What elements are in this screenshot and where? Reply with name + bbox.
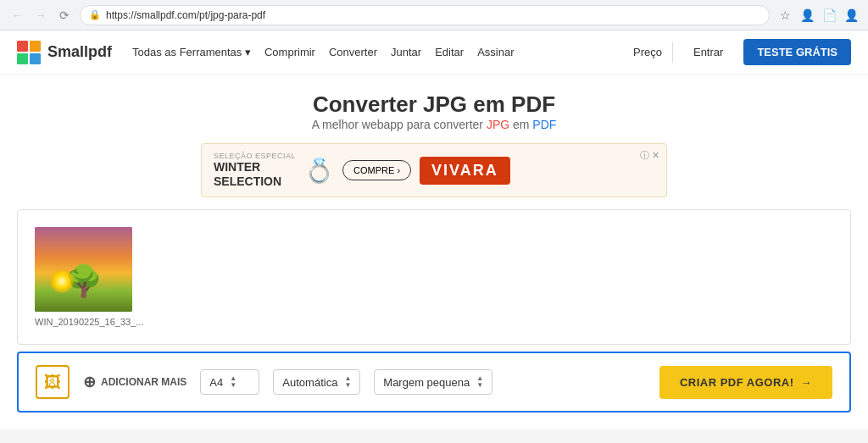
logo-text: Smallpdf — [47, 43, 112, 61]
page-subtitle: A melhor webapp para converter JPG em PD… — [17, 118, 851, 131]
ad-title: WINTER SELECTION — [214, 160, 296, 189]
ad-close-icon: ✕ — [652, 150, 659, 161]
orientation-select[interactable]: Automática ▲▼ — [273, 369, 360, 395]
ad-label: SELEÇÃO ESPECIAL — [214, 152, 296, 160]
logo[interactable]: Smallpdf — [17, 41, 112, 64]
back-button[interactable]: ← — [8, 7, 25, 24]
orientation-arrows: ▲▼ — [344, 375, 351, 389]
margin-select[interactable]: Margem pequena ▲▼ — [374, 369, 492, 395]
create-pdf-label: CRIAR PDF AGORA! — [680, 376, 794, 389]
lock-icon: 🔒 — [89, 9, 101, 20]
logo-icon — [17, 41, 41, 64]
nav-juntar[interactable]: Juntar — [391, 46, 421, 58]
nav-right: Preço Entrar TESTE GRÁTIS — [633, 39, 851, 65]
title-area: Converter JPG em PDF A melhor webapp par… — [17, 91, 851, 131]
file-type-icon: 🖼 — [36, 365, 70, 399]
browser-chrome: ← → ⟳ 🔒 https://smallpdf.com/pt/jpg-para… — [0, 0, 868, 30]
file-thumbnail: 🌳 WIN_20190225_16_33_... — [35, 227, 833, 327]
forward-button[interactable]: → — [32, 7, 49, 24]
page-size-select[interactable]: A4 ▲▼ — [200, 369, 259, 395]
add-more-button[interactable]: ⊕ ADICIONAR MAIS — [83, 373, 186, 391]
nav-editar[interactable]: Editar — [435, 46, 464, 58]
nav-links: Todas as Ferramentas ▾ Comprimir Convert… — [132, 46, 613, 58]
ad-text: SELEÇÃO ESPECIAL WINTER SELECTION — [214, 152, 296, 189]
create-pdf-button[interactable]: CRIAR PDF AGORA! → — [659, 366, 832, 399]
upload-area[interactable]: 🌳 WIN_20190225_16_33_... — [17, 209, 851, 345]
bottom-toolbar: 🖼 ⊕ ADICIONAR MAIS A4 ▲▼ Automática ▲▼ M… — [17, 352, 851, 413]
add-circle-icon: ⊕ — [83, 373, 96, 391]
page-content: Converter JPG em PDF A melhor webapp par… — [0, 75, 868, 429]
nav-assinar[interactable]: Assinar — [477, 46, 514, 58]
ad-jewelry-icon: 💍 — [304, 157, 334, 185]
page-size-value: A4 — [209, 376, 223, 389]
divider — [672, 42, 673, 63]
price-link[interactable]: Preço — [633, 46, 662, 58]
nav-converter[interactable]: Converter — [329, 46, 377, 58]
ad-info-icon: ⓘ — [640, 149, 649, 162]
pdf-ext-icon[interactable]: 📄 — [821, 7, 837, 24]
orientation-value: Automática — [282, 376, 337, 389]
file-name: WIN_20190225_16_33_... — [35, 317, 143, 327]
page-size-arrows: ▲▼ — [230, 375, 236, 389]
trial-button[interactable]: TESTE GRÁTIS — [743, 39, 851, 65]
ad-close-button[interactable]: ⓘ ✕ — [640, 149, 659, 162]
margin-value: Margem pequena — [383, 376, 470, 389]
ad-shop-button[interactable]: COMPRE › — [342, 160, 411, 180]
margin-arrows: ▲▼ — [476, 375, 483, 389]
nav-comprimir[interactable]: Comprimir — [264, 46, 315, 58]
create-arrow-icon: → — [801, 376, 813, 389]
navbar: Smallpdf Todas as Ferramentas ▾ Comprimi… — [0, 30, 868, 75]
address-bar[interactable]: 🔒 https://smallpdf.com/pt/jpg-para-pdf — [80, 5, 770, 25]
login-button[interactable]: Entrar — [683, 41, 733, 64]
profile-icon[interactable]: 👤 — [798, 7, 815, 24]
refresh-button[interactable]: ⟳ — [56, 7, 73, 24]
thumbnail-image: 🌳 — [35, 227, 132, 312]
page-title: Converter JPG em PDF — [17, 91, 851, 118]
vivara-logo: VIVARA — [420, 157, 510, 185]
url-text: https://smallpdf.com/pt/jpg-para-pdf — [106, 9, 265, 21]
star-icon[interactable]: ☆ — [776, 7, 793, 24]
account-icon[interactable]: 👤 — [843, 7, 860, 24]
ad-banner: SELEÇÃO ESPECIAL WINTER SELECTION 💍 COMP… — [201, 143, 667, 197]
nav-all-tools[interactable]: Todas as Ferramentas ▾ — [132, 46, 251, 58]
